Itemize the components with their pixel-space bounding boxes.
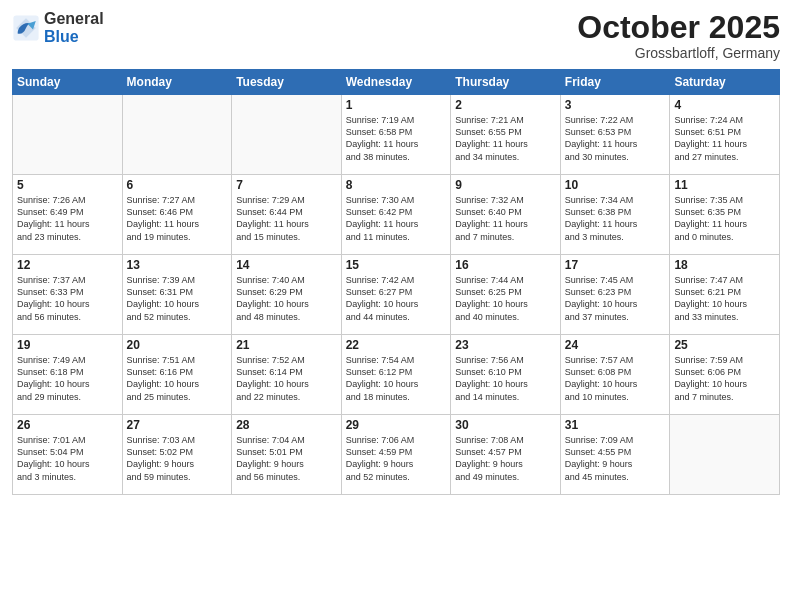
day-number: 27 bbox=[127, 418, 228, 432]
calendar: Sunday Monday Tuesday Wednesday Thursday… bbox=[12, 69, 780, 495]
calendar-cell: 19Sunrise: 7:49 AM Sunset: 6:18 PM Dayli… bbox=[13, 335, 123, 415]
header: General Blue October 2025 Grossbartloff,… bbox=[12, 10, 780, 61]
day-info: Sunrise: 7:27 AM Sunset: 6:46 PM Dayligh… bbox=[127, 194, 228, 243]
calendar-cell: 22Sunrise: 7:54 AM Sunset: 6:12 PM Dayli… bbox=[341, 335, 451, 415]
day-number: 23 bbox=[455, 338, 556, 352]
calendar-cell: 27Sunrise: 7:03 AM Sunset: 5:02 PM Dayli… bbox=[122, 415, 232, 495]
day-info: Sunrise: 7:26 AM Sunset: 6:49 PM Dayligh… bbox=[17, 194, 118, 243]
day-info: Sunrise: 7:24 AM Sunset: 6:51 PM Dayligh… bbox=[674, 114, 775, 163]
day-info: Sunrise: 7:09 AM Sunset: 4:55 PM Dayligh… bbox=[565, 434, 666, 483]
day-number: 18 bbox=[674, 258, 775, 272]
day-info: Sunrise: 7:19 AM Sunset: 6:58 PM Dayligh… bbox=[346, 114, 447, 163]
calendar-cell bbox=[232, 95, 342, 175]
day-info: Sunrise: 7:01 AM Sunset: 5:04 PM Dayligh… bbox=[17, 434, 118, 483]
calendar-cell: 15Sunrise: 7:42 AM Sunset: 6:27 PM Dayli… bbox=[341, 255, 451, 335]
day-info: Sunrise: 7:34 AM Sunset: 6:38 PM Dayligh… bbox=[565, 194, 666, 243]
calendar-cell: 2Sunrise: 7:21 AM Sunset: 6:55 PM Daylig… bbox=[451, 95, 561, 175]
day-info: Sunrise: 7:45 AM Sunset: 6:23 PM Dayligh… bbox=[565, 274, 666, 323]
day-number: 21 bbox=[236, 338, 337, 352]
day-info: Sunrise: 7:40 AM Sunset: 6:29 PM Dayligh… bbox=[236, 274, 337, 323]
header-sunday: Sunday bbox=[13, 70, 123, 95]
calendar-cell: 12Sunrise: 7:37 AM Sunset: 6:33 PM Dayli… bbox=[13, 255, 123, 335]
day-number: 30 bbox=[455, 418, 556, 432]
day-number: 7 bbox=[236, 178, 337, 192]
day-number: 28 bbox=[236, 418, 337, 432]
calendar-week-3: 12Sunrise: 7:37 AM Sunset: 6:33 PM Dayli… bbox=[13, 255, 780, 335]
calendar-cell: 8Sunrise: 7:30 AM Sunset: 6:42 PM Daylig… bbox=[341, 175, 451, 255]
calendar-cell: 28Sunrise: 7:04 AM Sunset: 5:01 PM Dayli… bbox=[232, 415, 342, 495]
title-block: October 2025 Grossbartloff, Germany bbox=[577, 10, 780, 61]
day-number: 13 bbox=[127, 258, 228, 272]
weekday-header-row: Sunday Monday Tuesday Wednesday Thursday… bbox=[13, 70, 780, 95]
calendar-cell: 11Sunrise: 7:35 AM Sunset: 6:35 PM Dayli… bbox=[670, 175, 780, 255]
calendar-cell: 18Sunrise: 7:47 AM Sunset: 6:21 PM Dayli… bbox=[670, 255, 780, 335]
calendar-cell: 14Sunrise: 7:40 AM Sunset: 6:29 PM Dayli… bbox=[232, 255, 342, 335]
calendar-cell: 6Sunrise: 7:27 AM Sunset: 6:46 PM Daylig… bbox=[122, 175, 232, 255]
day-number: 12 bbox=[17, 258, 118, 272]
day-number: 29 bbox=[346, 418, 447, 432]
day-number: 9 bbox=[455, 178, 556, 192]
header-monday: Monday bbox=[122, 70, 232, 95]
calendar-week-2: 5Sunrise: 7:26 AM Sunset: 6:49 PM Daylig… bbox=[13, 175, 780, 255]
day-info: Sunrise: 7:30 AM Sunset: 6:42 PM Dayligh… bbox=[346, 194, 447, 243]
day-number: 20 bbox=[127, 338, 228, 352]
day-number: 3 bbox=[565, 98, 666, 112]
day-info: Sunrise: 7:03 AM Sunset: 5:02 PM Dayligh… bbox=[127, 434, 228, 483]
calendar-cell: 13Sunrise: 7:39 AM Sunset: 6:31 PM Dayli… bbox=[122, 255, 232, 335]
day-info: Sunrise: 7:52 AM Sunset: 6:14 PM Dayligh… bbox=[236, 354, 337, 403]
day-info: Sunrise: 7:21 AM Sunset: 6:55 PM Dayligh… bbox=[455, 114, 556, 163]
day-info: Sunrise: 7:57 AM Sunset: 6:08 PM Dayligh… bbox=[565, 354, 666, 403]
calendar-cell: 9Sunrise: 7:32 AM Sunset: 6:40 PM Daylig… bbox=[451, 175, 561, 255]
calendar-cell: 10Sunrise: 7:34 AM Sunset: 6:38 PM Dayli… bbox=[560, 175, 670, 255]
day-info: Sunrise: 7:32 AM Sunset: 6:40 PM Dayligh… bbox=[455, 194, 556, 243]
day-info: Sunrise: 7:56 AM Sunset: 6:10 PM Dayligh… bbox=[455, 354, 556, 403]
day-number: 16 bbox=[455, 258, 556, 272]
day-info: Sunrise: 7:44 AM Sunset: 6:25 PM Dayligh… bbox=[455, 274, 556, 323]
logo-text: General Blue bbox=[44, 10, 104, 45]
calendar-cell: 16Sunrise: 7:44 AM Sunset: 6:25 PM Dayli… bbox=[451, 255, 561, 335]
day-info: Sunrise: 7:06 AM Sunset: 4:59 PM Dayligh… bbox=[346, 434, 447, 483]
calendar-cell: 31Sunrise: 7:09 AM Sunset: 4:55 PM Dayli… bbox=[560, 415, 670, 495]
day-number: 15 bbox=[346, 258, 447, 272]
day-number: 24 bbox=[565, 338, 666, 352]
day-number: 19 bbox=[17, 338, 118, 352]
day-number: 31 bbox=[565, 418, 666, 432]
day-number: 6 bbox=[127, 178, 228, 192]
day-number: 10 bbox=[565, 178, 666, 192]
day-number: 1 bbox=[346, 98, 447, 112]
calendar-cell: 29Sunrise: 7:06 AM Sunset: 4:59 PM Dayli… bbox=[341, 415, 451, 495]
logo: General Blue bbox=[12, 10, 104, 45]
day-number: 2 bbox=[455, 98, 556, 112]
calendar-cell: 24Sunrise: 7:57 AM Sunset: 6:08 PM Dayli… bbox=[560, 335, 670, 415]
calendar-week-4: 19Sunrise: 7:49 AM Sunset: 6:18 PM Dayli… bbox=[13, 335, 780, 415]
day-number: 17 bbox=[565, 258, 666, 272]
logo-general: General bbox=[44, 10, 104, 28]
day-number: 25 bbox=[674, 338, 775, 352]
calendar-cell: 25Sunrise: 7:59 AM Sunset: 6:06 PM Dayli… bbox=[670, 335, 780, 415]
header-tuesday: Tuesday bbox=[232, 70, 342, 95]
day-info: Sunrise: 7:04 AM Sunset: 5:01 PM Dayligh… bbox=[236, 434, 337, 483]
day-info: Sunrise: 7:39 AM Sunset: 6:31 PM Dayligh… bbox=[127, 274, 228, 323]
header-saturday: Saturday bbox=[670, 70, 780, 95]
calendar-cell: 17Sunrise: 7:45 AM Sunset: 6:23 PM Dayli… bbox=[560, 255, 670, 335]
calendar-cell: 23Sunrise: 7:56 AM Sunset: 6:10 PM Dayli… bbox=[451, 335, 561, 415]
calendar-cell: 4Sunrise: 7:24 AM Sunset: 6:51 PM Daylig… bbox=[670, 95, 780, 175]
day-number: 8 bbox=[346, 178, 447, 192]
day-number: 11 bbox=[674, 178, 775, 192]
calendar-cell: 1Sunrise: 7:19 AM Sunset: 6:58 PM Daylig… bbox=[341, 95, 451, 175]
logo-blue: Blue bbox=[44, 28, 104, 46]
header-thursday: Thursday bbox=[451, 70, 561, 95]
calendar-cell bbox=[13, 95, 123, 175]
day-info: Sunrise: 7:47 AM Sunset: 6:21 PM Dayligh… bbox=[674, 274, 775, 323]
day-info: Sunrise: 7:42 AM Sunset: 6:27 PM Dayligh… bbox=[346, 274, 447, 323]
day-info: Sunrise: 7:08 AM Sunset: 4:57 PM Dayligh… bbox=[455, 434, 556, 483]
location: Grossbartloff, Germany bbox=[577, 45, 780, 61]
header-friday: Friday bbox=[560, 70, 670, 95]
calendar-week-1: 1Sunrise: 7:19 AM Sunset: 6:58 PM Daylig… bbox=[13, 95, 780, 175]
day-number: 26 bbox=[17, 418, 118, 432]
calendar-cell: 21Sunrise: 7:52 AM Sunset: 6:14 PM Dayli… bbox=[232, 335, 342, 415]
calendar-week-5: 26Sunrise: 7:01 AM Sunset: 5:04 PM Dayli… bbox=[13, 415, 780, 495]
day-number: 22 bbox=[346, 338, 447, 352]
calendar-cell bbox=[122, 95, 232, 175]
page-container: General Blue October 2025 Grossbartloff,… bbox=[0, 0, 792, 503]
